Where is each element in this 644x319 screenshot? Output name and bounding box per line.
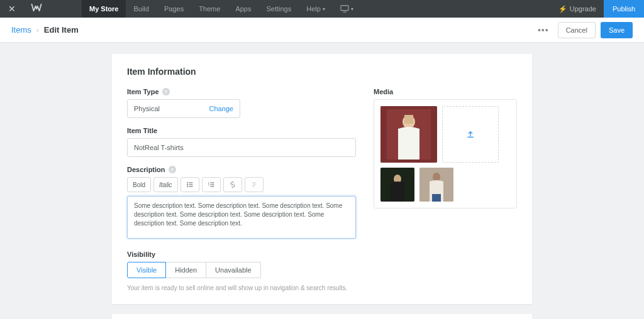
nav-settings[interactable]: Settings — [258, 0, 299, 18]
visibility-hint: Your item is ready to sell online and wi… — [127, 284, 356, 291]
visibility-segmented: Visible Hidden Unavailable — [127, 262, 356, 278]
svg-text:2: 2 — [208, 184, 209, 187]
weebly-logo-icon[interactable] — [24, 3, 49, 14]
svg-rect-21 — [432, 194, 441, 202]
upload-image-button[interactable] — [442, 106, 499, 163]
nav-apps[interactable]: Apps — [228, 0, 258, 18]
left-column: Item Type ? Physical Change Item Title D… — [127, 88, 356, 291]
nav-theme[interactable]: Theme — [191, 0, 228, 18]
visibility-hidden[interactable]: Hidden — [166, 262, 206, 278]
product-image-main[interactable] — [380, 106, 437, 163]
svg-point-20 — [433, 173, 440, 181]
item-type-field: Physical Change — [127, 99, 240, 118]
help-icon[interactable]: ? — [162, 88, 170, 95]
right-column: Media — [374, 88, 517, 291]
item-title-input[interactable] — [127, 138, 356, 157]
fulfillment-card: Fulfillment How will your shoppers be re… — [112, 314, 532, 319]
help-icon[interactable]: ? — [169, 166, 176, 173]
topbar-left: ✕ My Store Build Pages Theme Apps Settin… — [0, 0, 361, 18]
close-icon[interactable]: ✕ — [0, 4, 24, 14]
item-title-label: Item Title — [127, 127, 356, 134]
italic-button[interactable]: Italic — [153, 177, 178, 192]
editor-toolbar: Bold Italic 12 — [127, 177, 356, 192]
change-type-link[interactable]: Change — [209, 105, 233, 112]
breadcrumb-items-link[interactable]: Items — [11, 25, 31, 35]
visibility-label: Visibility — [127, 251, 356, 258]
content-column: Item Information Item Type ? Physical Ch… — [112, 54, 532, 319]
clear-format-button[interactable] — [245, 177, 264, 192]
device-preview-button[interactable]: ▾ — [333, 0, 361, 18]
topbar-right: ⚡ Upgrade Publish — [551, 0, 644, 18]
chevron-down-icon: ▾ — [323, 6, 325, 12]
media-box — [374, 99, 517, 208]
item-information-card: Item Information Item Type ? Physical Ch… — [112, 54, 532, 304]
svg-rect-16 — [404, 115, 413, 124]
media-label: Media — [374, 88, 517, 95]
chevron-down-icon: ▾ — [351, 6, 353, 12]
description-label: Description ? — [127, 166, 356, 173]
svg-point-4 — [187, 186, 188, 187]
section-heading: Item Information — [127, 67, 517, 77]
visibility-visible[interactable]: Visible — [127, 262, 166, 278]
nav-build[interactable]: Build — [126, 0, 156, 18]
visibility-unavailable[interactable]: Unavailable — [206, 262, 260, 278]
nav-help[interactable]: Help▾ — [299, 0, 333, 18]
lightning-icon: ⚡ — [558, 5, 567, 13]
product-image-thumb-2[interactable] — [419, 168, 453, 202]
subheader: Items › Edit Item ••• Cancel Save — [0, 18, 644, 43]
svg-rect-0 — [341, 6, 348, 11]
bold-button[interactable]: Bold — [127, 177, 151, 192]
page-body: Item Information Item Type ? Physical Ch… — [0, 43, 644, 319]
product-image-thumb-1[interactable] — [380, 168, 414, 202]
numbered-list-button[interactable]: 12 — [202, 177, 221, 192]
more-menu-button[interactable]: ••• — [534, 25, 553, 35]
link-button[interactable] — [223, 177, 242, 192]
nav-pages[interactable]: Pages — [157, 0, 191, 18]
cancel-button[interactable]: Cancel — [558, 22, 596, 38]
subheader-actions: ••• Cancel Save — [534, 22, 633, 38]
publish-button[interactable]: Publish — [604, 0, 644, 18]
item-type-label: Item Type ? — [127, 88, 356, 95]
nav-my-store[interactable]: My Store — [82, 0, 126, 18]
svg-point-3 — [187, 184, 188, 185]
page-title: Edit Item — [44, 25, 79, 35]
svg-point-2 — [187, 182, 188, 183]
upgrade-button[interactable]: ⚡ Upgrade — [551, 5, 604, 13]
chevron-right-icon: › — [36, 26, 39, 35]
topbar: ✕ My Store Build Pages Theme Apps Settin… — [0, 0, 644, 18]
save-button[interactable]: Save — [601, 22, 633, 38]
item-type-value: Physical — [134, 105, 160, 112]
description-textarea[interactable]: Some description text. Some description … — [127, 196, 356, 239]
bullet-list-button[interactable] — [180, 177, 199, 192]
